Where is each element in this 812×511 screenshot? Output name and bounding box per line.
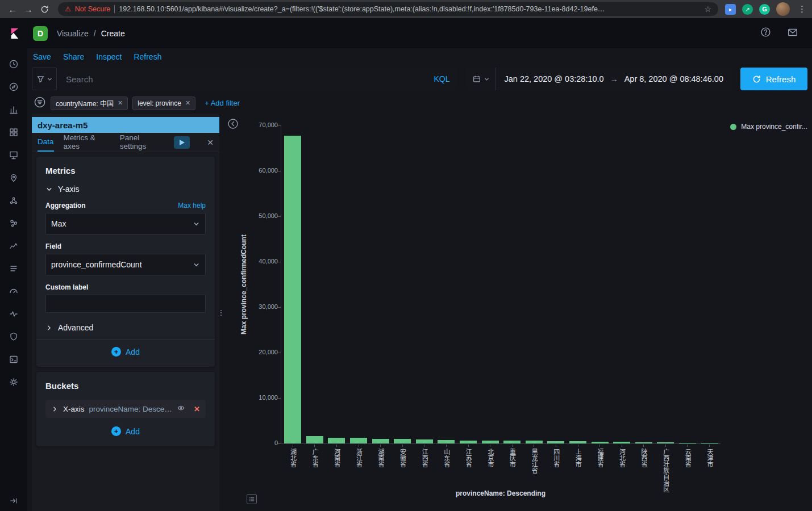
url-text[interactable]: 192.168.50.10:5601/app/kibana#/visualize…	[119, 5, 698, 13]
field-select[interactable]: province_confirmedCount	[45, 254, 206, 275]
calendar-button[interactable]	[467, 68, 496, 90]
bookmark-star-icon[interactable]: ☆	[704, 5, 711, 14]
bar[interactable]	[613, 442, 630, 443]
date-range-start[interactable]: Jan 22, 2020 @ 03:28:10.0	[504, 74, 603, 83]
chart-legend-item[interactable]: Max province_confir...	[730, 123, 807, 131]
nav-collapse-button[interactable]	[0, 493, 27, 508]
bar[interactable]	[592, 442, 609, 443]
add-filter-link[interactable]: + Add filter	[205, 99, 240, 107]
not-secure-label[interactable]: Not Secure	[75, 5, 111, 13]
y-tick-label: 70,000	[248, 122, 278, 128]
nav-graph[interactable]	[0, 212, 27, 234]
nav-dashboard[interactable]	[0, 121, 27, 144]
nav-discover[interactable]	[0, 76, 27, 98]
x-axis-label: 河南省	[333, 449, 340, 467]
bar[interactable]	[350, 438, 367, 443]
bar[interactable]	[701, 443, 718, 444]
browser-back-icon[interactable]: ←	[6, 2, 19, 16]
nav-maps[interactable]	[0, 166, 27, 189]
refresh-button[interactable]: Refresh	[740, 68, 807, 90]
y-axis-accordion[interactable]: Y-axis	[45, 185, 206, 194]
date-range-end[interactable]: Apr 8, 2020 @ 08:48:46.00	[624, 74, 723, 83]
nav-machine-learning[interactable]	[0, 189, 27, 212]
y-tick-label: 60,000	[248, 167, 278, 174]
advanced-accordion[interactable]: Advanced	[45, 323, 206, 332]
kql-button[interactable]: KQL	[428, 74, 449, 83]
browser-reload-icon[interactable]	[38, 2, 51, 16]
bar[interactable]	[416, 439, 433, 443]
filter-pill-level[interactable]: level: province ✕	[132, 97, 195, 110]
discard-changes-button[interactable]: ✕	[207, 138, 214, 147]
extension-icon-teal[interactable]: ↗	[742, 4, 753, 15]
bar[interactable]	[284, 136, 301, 443]
help-icon[interactable]	[760, 27, 771, 40]
tab-data[interactable]: Data	[38, 133, 54, 152]
bar[interactable]	[635, 442, 652, 443]
x-axis-label: 四川省	[552, 449, 560, 467]
nav-dev-tools[interactable]	[0, 348, 27, 371]
save-link[interactable]: Save	[33, 52, 51, 61]
custom-label-input[interactable]	[45, 295, 206, 313]
bar[interactable]	[372, 439, 389, 443]
saved-query-button[interactable]	[32, 68, 57, 90]
nav-apm[interactable]	[0, 280, 27, 303]
address-bar[interactable]: ⚠ Not Secure 192.168.50.10:5601/app/kiba…	[58, 2, 718, 16]
breadcrumb-visualize[interactable]: Visualize	[57, 29, 89, 38]
apply-changes-button[interactable]	[174, 136, 190, 149]
collapse-editor-button[interactable]	[227, 118, 239, 129]
add-metric-button[interactable]: + Add	[45, 340, 206, 361]
bar[interactable]	[328, 438, 345, 443]
remove-filter-icon[interactable]: ✕	[185, 99, 190, 107]
max-help-link[interactable]: Max help	[178, 202, 206, 210]
bar[interactable]	[306, 436, 323, 443]
saved-query-icon	[36, 75, 45, 83]
search-placeholder: Search	[66, 74, 428, 84]
bar[interactable]	[503, 441, 520, 443]
nav-uptime[interactable]	[0, 303, 27, 325]
extension-icon-blue[interactable]: ▸	[725, 4, 736, 15]
nav-siem[interactable]	[0, 325, 27, 348]
nav-visualize[interactable]	[0, 98, 27, 121]
refresh-link[interactable]: Refresh	[134, 52, 161, 61]
bar[interactable]	[482, 441, 499, 443]
remove-filter-icon[interactable]: ✕	[118, 99, 123, 107]
filter-pill-country[interactable]: countryName: 中国 ✕	[51, 97, 128, 110]
toggle-visibility-button[interactable]	[177, 404, 185, 414]
space-badge[interactable]: D	[33, 26, 48, 41]
metrics-line-icon	[9, 241, 19, 251]
field-value: province_confirmedCount	[51, 260, 142, 269]
bar[interactable]	[569, 441, 586, 443]
bar[interactable]	[394, 439, 411, 443]
newsfeed-mail-icon[interactable]	[787, 27, 798, 40]
tab-metrics-axes[interactable]: Metrics & axes	[64, 133, 110, 152]
bar[interactable]	[679, 443, 696, 444]
bar[interactable]	[526, 441, 543, 443]
x-axis-label: 广西壮族自治区	[662, 449, 669, 492]
nav-management[interactable]	[0, 371, 27, 393]
browser-menu-icon[interactable]: ⋮	[798, 4, 806, 14]
bar[interactable]	[657, 442, 674, 443]
bar[interactable]	[460, 441, 477, 443]
grammarly-icon[interactable]: G	[759, 4, 770, 15]
add-bucket-button[interactable]: + Add	[45, 419, 206, 441]
nav-recently-viewed[interactable]	[0, 53, 27, 76]
chevron-down-icon	[47, 76, 53, 82]
filter-options-button[interactable]	[34, 96, 46, 111]
nav-canvas[interactable]	[0, 144, 27, 166]
remove-bucket-button[interactable]: ✕	[194, 405, 200, 413]
kibana-logo[interactable]	[0, 27, 30, 40]
vis-title-input[interactable]: dxy-area-m5	[32, 117, 219, 133]
tab-panel-settings[interactable]: Panel settings	[120, 133, 165, 152]
nav-metrics[interactable]	[0, 234, 27, 257]
inspect-link[interactable]: Inspect	[96, 52, 122, 61]
browser-forward-icon[interactable]: →	[22, 2, 35, 16]
bar[interactable]	[547, 441, 564, 443]
share-link[interactable]: Share	[63, 52, 84, 61]
x-axis-bucket-row[interactable]: X-axis provinceName: Descen... ✕	[45, 400, 206, 418]
legend-toggle-button[interactable]	[247, 494, 257, 504]
nav-logs[interactable]	[0, 257, 27, 280]
bar[interactable]	[438, 440, 455, 443]
aggregation-select[interactable]: Max	[45, 213, 206, 234]
search-input[interactable]: Search KQL	[59, 68, 456, 90]
browser-profile-avatar[interactable]	[776, 2, 790, 16]
